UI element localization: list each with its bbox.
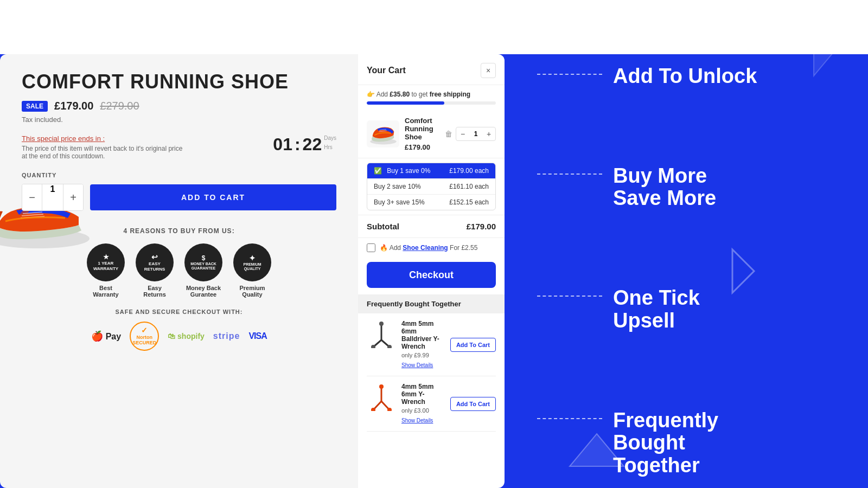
apple-pay-icon: 🍎 Pay xyxy=(91,330,121,342)
cart-item: Comfort Running Shoe £179.00 🗑 − 1 + xyxy=(358,110,505,158)
reason-label-moneyback: Money BackGurantee xyxy=(186,285,221,298)
dashed-line-1 xyxy=(537,74,602,75)
reason-item-returns: ↩ EASYRETURNS Easy Returns xyxy=(136,243,174,298)
reason-circle-quality: ✦ PREMIUMQUALITY xyxy=(233,243,271,281)
payment-icons: 🍎 Pay ✓ Norton SECURED 🛍 shopify stripe xyxy=(22,322,336,351)
y-wrench-2-svg xyxy=(368,384,395,411)
volume-price-2: £161.10 each xyxy=(449,183,489,190)
shipping-amount: £35.80 xyxy=(390,91,410,98)
label-text-fbt: FrequentlyBoughtTogether xyxy=(613,409,718,477)
cart-shoe-svg xyxy=(368,122,398,146)
quantity-cart-row: − 1 + ADD TO CART xyxy=(22,184,336,211)
shipping-emoji: 👉 Add xyxy=(367,91,390,98)
quantity-control: − 1 + xyxy=(22,184,84,211)
fbt-item-1-image xyxy=(367,320,396,349)
reason-label-quality: PremiumQuality xyxy=(239,285,265,298)
label-one-tick-upsell: One TickUpsell xyxy=(537,287,835,332)
volume-label-1: ✅ Buy 1 save 0% xyxy=(374,167,430,175)
price-row: SALE £179.00 £279.00 xyxy=(22,100,336,112)
stripe-icon: stripe xyxy=(213,331,240,341)
reason-item-warranty: ★ 1 YEARWARRANTY BestWarranty xyxy=(87,243,125,298)
norton-badge: ✓ Norton SECURED xyxy=(130,322,159,351)
quantity-increase-button[interactable]: + xyxy=(63,184,83,210)
volume-price-3: £152.15 each xyxy=(449,198,489,206)
visa-icon: VISA xyxy=(248,331,266,341)
volume-row-1[interactable]: ✅ Buy 1 save 0% £179.00 each xyxy=(367,163,495,179)
upsell-product-link[interactable]: Shoe Cleaning xyxy=(403,244,448,252)
cart-close-button[interactable]: × xyxy=(481,63,496,78)
cart-title: Your Cart xyxy=(367,66,406,75)
countdown-timer: 01 : 22 Days Hrs xyxy=(273,134,336,155)
volume-row-2[interactable]: Buy 2 save 10% £161.10 each xyxy=(367,179,495,195)
reason-label-returns: Easy Returns xyxy=(136,285,174,298)
remove-item-button[interactable]: 🗑 xyxy=(445,130,452,138)
reasons-title: 4 REASONS TO BUY FROM US: xyxy=(22,227,336,235)
countdown-minutes: 22 xyxy=(303,134,322,155)
labels-section: Add To Unlock Buy MoreSave More One Tick… xyxy=(505,54,868,488)
fbt-item-1-name: 4mm 5mm 6mm Balldriver Y-Wrench xyxy=(401,320,445,350)
fbt-add-button-1[interactable]: Add To Cart xyxy=(450,338,496,352)
label-buy-more-save-more: Buy MoreSave More xyxy=(537,165,835,210)
shopify-icon: 🛍 shopify xyxy=(168,332,205,341)
current-price: £179.00 xyxy=(54,100,93,112)
secure-title: SAFE AND SECURE CHECKOUT WITH: xyxy=(22,309,336,315)
subtotal-row: Subtotal £179.00 xyxy=(358,215,505,237)
shipping-progress-bar-bg xyxy=(367,101,496,105)
countdown-row: This special price ends in : The price o… xyxy=(22,134,336,161)
free-shipping-label: free shipping xyxy=(430,91,470,98)
countdown-desc: This special price ends in : The price o… xyxy=(22,134,262,161)
label-text-add-to-unlock: Add To Unlock xyxy=(613,65,757,88)
cart-item-info: Comfort Running Shoe £179.00 xyxy=(405,117,439,151)
subtotal-amount: £179.00 xyxy=(467,222,496,231)
cart-panel: Your Cart × 👉 Add £35.80 to get free shi… xyxy=(358,54,505,488)
volume-row-3[interactable]: Buy 3+ save 15% £152.15 each xyxy=(367,195,495,210)
cart-item-name: Comfort Running Shoe xyxy=(405,117,439,141)
tax-text: Tax included. xyxy=(22,115,336,124)
reason-circle-returns: ↩ EASYRETURNS xyxy=(136,243,174,281)
label-text-upsell: One TickUpsell xyxy=(613,287,700,332)
header-bar xyxy=(0,0,868,54)
reason-circle-warranty: ★ 1 YEARWARRANTY xyxy=(87,243,125,281)
fbt-item-2-image xyxy=(367,383,396,412)
label-add-to-unlock: Add To Unlock xyxy=(537,65,835,88)
product-title: COMFORT RUNNING SHOE xyxy=(22,70,336,93)
quantity-decrease-button[interactable]: − xyxy=(22,184,42,210)
fbt-item-1-price: only £9.99 xyxy=(401,352,445,358)
countdown-separator: : xyxy=(295,134,301,155)
svg-point-24 xyxy=(379,384,384,389)
reason-circle-moneyback: $ MONEY BACKGUARANTEE xyxy=(184,243,222,281)
fbt-section: Frequently Bought Together 4mm 5mm 6mm B… xyxy=(358,294,505,447)
upsell-suffix: For £2.55 xyxy=(450,244,477,252)
volume-label-2: Buy 2 save 10% xyxy=(374,183,421,190)
fbt-item-2-link[interactable]: Show Details xyxy=(401,418,433,423)
subtotal-label: Subtotal xyxy=(367,222,399,231)
label-text-buy-more: Buy MoreSave More xyxy=(613,165,716,210)
volume-pricing: ✅ Buy 1 save 0% £179.00 each Buy 2 save … xyxy=(367,163,496,210)
original-price: £279.00 xyxy=(100,100,139,112)
special-price-desc: The price of this item will revert back … xyxy=(22,145,184,160)
reasons-icons: ★ 1 YEARWARRANTY BestWarranty ↩ EASYRETU… xyxy=(22,243,336,298)
shipping-text: 👉 Add £35.80 to get free shipping xyxy=(367,91,496,98)
item-quantity-control: − 1 + xyxy=(456,127,496,141)
quantity-label: QUANTITY xyxy=(22,172,336,178)
item-qty-increase-button[interactable]: + xyxy=(482,127,495,140)
fbt-item-2: 4mm 5mm 6mm Y-Wrench only £3.00 Show Det… xyxy=(367,383,496,432)
special-price-link[interactable]: This special price ends in : xyxy=(22,134,262,143)
countdown-hours: 01 xyxy=(273,134,292,155)
fbt-item-1-link[interactable]: Show Details xyxy=(401,362,433,368)
dashed-line-4 xyxy=(537,418,602,419)
upsell-checkbox[interactable] xyxy=(367,243,375,252)
add-to-cart-button[interactable]: ADD TO CART xyxy=(90,184,336,210)
dashed-line-3 xyxy=(537,296,602,297)
fbt-item-2-info: 4mm 5mm 6mm Y-Wrench only £3.00 Show Det… xyxy=(401,383,445,425)
volume-label-3: Buy 3+ save 15% xyxy=(374,198,425,206)
reason-label-warranty: BestWarranty xyxy=(93,285,118,298)
svg-point-18 xyxy=(379,322,384,326)
fbt-add-button-2[interactable]: Add To Cart xyxy=(450,397,496,411)
countdown-days-label: Days xyxy=(324,135,336,143)
item-qty-decrease-button[interactable]: − xyxy=(456,127,469,140)
sale-badge: SALE xyxy=(22,101,48,112)
checkout-button[interactable]: Checkout xyxy=(367,262,496,288)
shipping-progress-bar-fill xyxy=(367,101,444,105)
quantity-value: 1 xyxy=(42,184,63,210)
